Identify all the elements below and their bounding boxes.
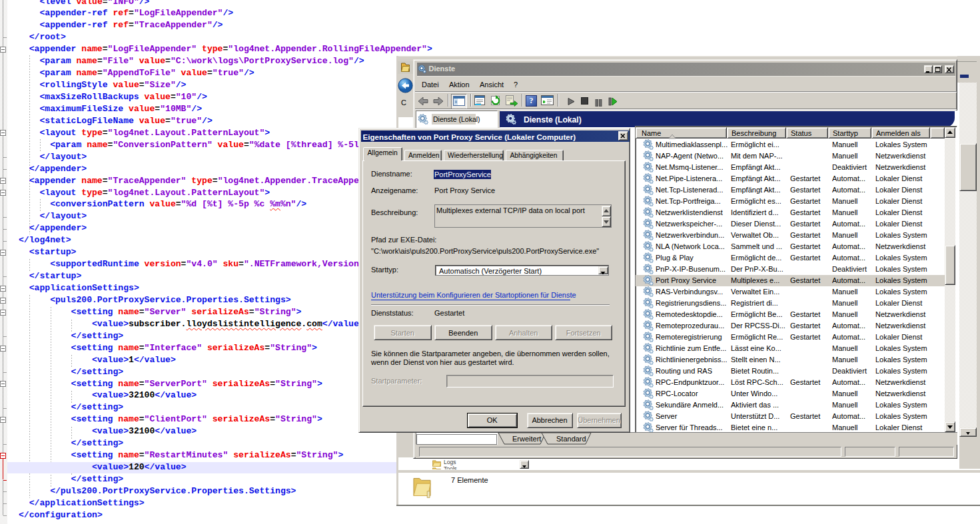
svg-text:Standard: Standard (556, 435, 586, 443)
svg-text:Erweitert: Erweitert (512, 435, 541, 443)
